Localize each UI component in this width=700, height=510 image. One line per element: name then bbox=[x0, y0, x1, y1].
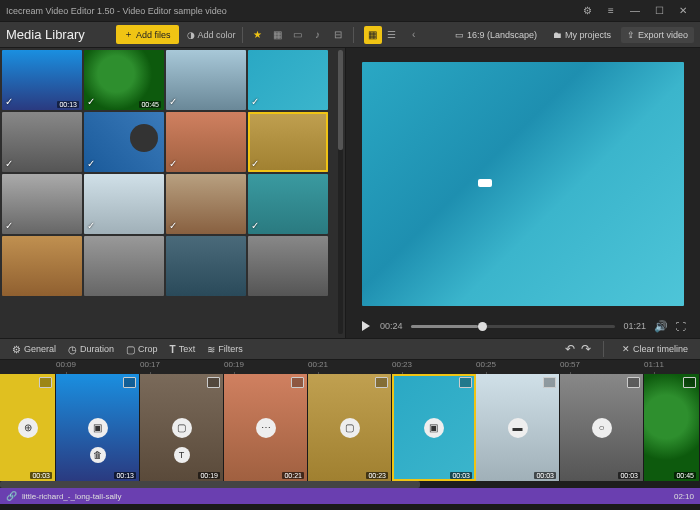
clip-duration: 00:03 bbox=[534, 472, 556, 479]
top-toolbar: Media Library ＋Add files ◑Add color ★ ▦ … bbox=[0, 22, 700, 48]
separator bbox=[242, 27, 243, 43]
all-files-icon[interactable]: ★ bbox=[249, 26, 267, 44]
timeline-clip[interactable]: ▣🗑00:13 bbox=[56, 374, 140, 481]
clip-action-button[interactable]: ⋯ bbox=[256, 418, 276, 438]
library-thumbnail[interactable]: ✓00:13 bbox=[2, 50, 82, 110]
library-thumbnail[interactable]: ✓ bbox=[84, 112, 164, 172]
timeline-ruler[interactable]: 00:0900:1700:1900:2100:2300:2500:5701:11 bbox=[0, 360, 700, 374]
library-thumbnail[interactable]: ✓ bbox=[166, 112, 246, 172]
add-color-button[interactable]: ◑Add color bbox=[187, 30, 236, 40]
redo-button[interactable]: ↷ bbox=[581, 342, 591, 356]
clip-type-icon bbox=[207, 377, 220, 388]
library-thumbnail[interactable]: ✓ bbox=[248, 174, 328, 234]
seek-bar[interactable] bbox=[411, 325, 616, 328]
filters-tool[interactable]: ≋Filters bbox=[201, 342, 249, 357]
list-view-icon[interactable]: ☰ bbox=[383, 26, 401, 44]
text-filter-icon[interactable]: ⊟ bbox=[329, 26, 347, 44]
clip-action-button[interactable]: ○ bbox=[592, 418, 612, 438]
library-thumbnail[interactable]: ✓00:45 bbox=[84, 50, 164, 110]
filters-icon: ≋ bbox=[207, 344, 215, 355]
undo-button[interactable]: ↶ bbox=[565, 342, 575, 356]
audio-track[interactable]: 🔗 little-richard_-_long-tall-sally 02:10 bbox=[0, 488, 700, 504]
clip-duration: 00:19 bbox=[198, 472, 220, 479]
crop-tool[interactable]: ▢Crop bbox=[120, 342, 164, 357]
thumb-duration: 00:45 bbox=[139, 101, 161, 108]
clip-secondary-button[interactable]: T bbox=[174, 447, 190, 463]
ruler-tick: 00:21 bbox=[308, 360, 328, 369]
timeline-clip[interactable]: ○00:03 bbox=[560, 374, 644, 481]
library-thumbnail[interactable] bbox=[166, 236, 246, 296]
clip-secondary-button[interactable]: 🗑 bbox=[90, 447, 106, 463]
export-video-button[interactable]: ⇪Export video bbox=[621, 27, 694, 43]
grid-view-icon[interactable]: ▦ bbox=[364, 26, 382, 44]
library-thumbnail[interactable] bbox=[248, 236, 328, 296]
volume-icon[interactable]: 🔊 bbox=[654, 320, 668, 333]
library-thumbnail[interactable] bbox=[2, 236, 82, 296]
timeline-clip[interactable]: ⊕00:03 bbox=[0, 374, 56, 481]
collapse-library-button[interactable]: ‹ bbox=[405, 26, 423, 44]
clip-type-icon bbox=[459, 377, 472, 388]
scrollbar-thumb[interactable] bbox=[0, 481, 420, 488]
general-tool[interactable]: ⚙General bbox=[6, 342, 62, 357]
library-thumbnail[interactable]: ✓ bbox=[84, 174, 164, 234]
close-icon: ✕ bbox=[622, 344, 630, 354]
link-icon: 🔗 bbox=[6, 491, 17, 501]
clip-type-icon bbox=[375, 377, 388, 388]
clip-type-icon bbox=[39, 377, 52, 388]
scrollbar-thumb[interactable] bbox=[338, 50, 343, 150]
timeline-clip[interactable]: ▣00:03 bbox=[392, 374, 476, 481]
play-button[interactable] bbox=[360, 320, 372, 332]
ruler-tick: 00:09 bbox=[56, 360, 76, 369]
seek-knob[interactable] bbox=[478, 322, 487, 331]
aspect-ratio-button[interactable]: ▭16:9 (Landscape) bbox=[449, 27, 543, 43]
fullscreen-icon[interactable]: ⛶ bbox=[676, 321, 686, 332]
clip-action-button[interactable]: ▢ bbox=[172, 418, 192, 438]
settings-button[interactable]: ⚙ bbox=[576, 2, 598, 20]
separator bbox=[353, 27, 354, 43]
library-thumbnail[interactable]: ✓ bbox=[248, 112, 328, 172]
timeline-clip[interactable]: ▢T00:19 bbox=[140, 374, 224, 481]
ruler-tick: 00:23 bbox=[392, 360, 412, 369]
library-thumbnail[interactable]: ✓ bbox=[166, 174, 246, 234]
check-icon: ✓ bbox=[169, 220, 177, 231]
clip-action-button[interactable]: ⊕ bbox=[18, 418, 38, 438]
clip-duration: 00:03 bbox=[618, 472, 640, 479]
close-button[interactable]: ✕ bbox=[672, 2, 694, 20]
library-thumbnail[interactable]: ✓ bbox=[166, 50, 246, 110]
my-projects-button[interactable]: 🖿My projects bbox=[547, 27, 617, 43]
video-filter-icon[interactable]: ▭ bbox=[289, 26, 307, 44]
library-thumbnail[interactable]: ✓ bbox=[2, 174, 82, 234]
minimize-button[interactable]: — bbox=[624, 2, 646, 20]
clip-duration: 00:45 bbox=[674, 472, 696, 479]
timeline-clip[interactable]: ▬00:03 bbox=[476, 374, 560, 481]
library-thumbnail[interactable] bbox=[84, 236, 164, 296]
clip-action-button[interactable]: ▣ bbox=[424, 418, 444, 438]
preview-video[interactable] bbox=[362, 62, 684, 306]
media-library-title: Media Library bbox=[6, 27, 116, 42]
gear-icon: ⚙ bbox=[12, 344, 21, 355]
clip-action-button[interactable]: ▢ bbox=[340, 418, 360, 438]
media-library-panel: ✓00:13✓00:45✓✓✓✓✓✓✓✓✓✓ bbox=[0, 48, 346, 338]
timeline-clip[interactable]: ▢00:23 bbox=[308, 374, 392, 481]
clip-action-button[interactable]: ▣ bbox=[88, 418, 108, 438]
timeline-clip[interactable]: ⋯00:21 bbox=[224, 374, 308, 481]
clear-timeline-button[interactable]: ✕Clear timeline bbox=[616, 342, 694, 356]
separator bbox=[603, 341, 604, 357]
library-thumbnail[interactable]: ✓ bbox=[2, 112, 82, 172]
text-tool[interactable]: TText bbox=[164, 342, 202, 357]
audio-filter-icon[interactable]: ♪ bbox=[309, 26, 327, 44]
duration-tool[interactable]: ◷Duration bbox=[62, 342, 120, 357]
timeline-clips[interactable]: ⊕00:03▣🗑00:13▢T00:19⋯00:21▢00:23▣00:03▬0… bbox=[0, 374, 700, 481]
maximize-button[interactable]: ☐ bbox=[648, 2, 670, 20]
image-filter-icon[interactable]: ▦ bbox=[269, 26, 287, 44]
timeline-clip[interactable]: 00:45 bbox=[644, 374, 700, 481]
clip-duration: 00:13 bbox=[114, 472, 136, 479]
current-time: 00:24 bbox=[380, 321, 403, 331]
collapse-button[interactable]: ≡ bbox=[600, 2, 622, 20]
timeline-scrollbar[interactable] bbox=[0, 481, 700, 488]
check-icon: ✓ bbox=[5, 158, 13, 169]
add-files-button[interactable]: ＋Add files bbox=[116, 25, 179, 44]
library-thumbnail[interactable]: ✓ bbox=[248, 50, 328, 110]
library-scrollbar[interactable] bbox=[338, 50, 343, 334]
clip-action-button[interactable]: ▬ bbox=[508, 418, 528, 438]
